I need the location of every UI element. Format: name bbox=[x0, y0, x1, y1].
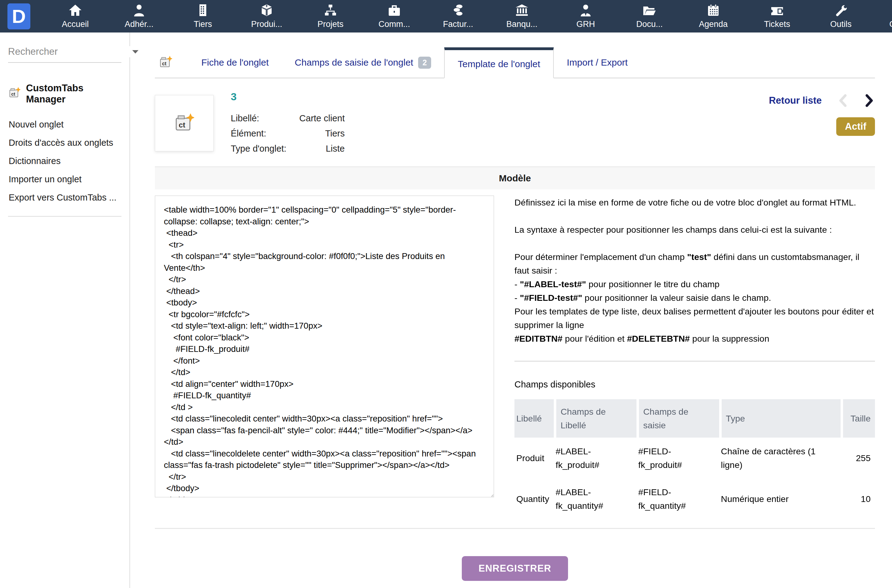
fields-table-row: Quantity#LABEL- fk_quantity##FIELD- fk_q… bbox=[514, 478, 875, 519]
help-paragraph: Pour déterminer l'emplacement d'un champ… bbox=[514, 250, 875, 345]
sidebar-section-title: CustomTabs Manager bbox=[26, 82, 121, 105]
help-divider bbox=[514, 361, 875, 362]
sidebar-section: ct CustomTabs Manager Nouvel ongletDroit… bbox=[0, 82, 129, 207]
folder-open-icon bbox=[643, 3, 656, 16]
record-field-row: Élément:Tiers bbox=[231, 126, 345, 141]
fields-table-header: Type bbox=[719, 399, 841, 438]
template-code-textarea[interactable] bbox=[155, 196, 494, 497]
record-fields: Libellé:Carte clientÉlément:TiersType d'… bbox=[231, 111, 345, 156]
member-icon bbox=[134, 3, 144, 16]
next-record-arrow-icon[interactable] bbox=[864, 94, 875, 107]
tab-fiche[interactable]: Fiche de l'onglet bbox=[188, 47, 282, 78]
sidebar-item-tab-access-rights[interactable]: Droits d'accès aux onglets bbox=[9, 134, 121, 152]
nav-item-agenda[interactable]: Agenda bbox=[681, 0, 745, 33]
record-field-row: Libellé:Carte client bbox=[231, 111, 345, 126]
nav-item-home[interactable]: Accueil bbox=[44, 0, 107, 33]
fields-table-row: Produit#LABEL-fk_produit##FIELD-fk_produ… bbox=[514, 438, 875, 478]
record-thumbnail: ct bbox=[155, 95, 214, 152]
navbar-items: Accueil Adhér... Tiers Produi... Projets… bbox=[44, 0, 892, 33]
sidebar-section-customtabs[interactable]: ct CustomTabs Manager bbox=[9, 82, 121, 105]
help-paragraph: Définissez ici la mise en forme de votre… bbox=[514, 196, 875, 209]
tabs-bar: ct Fiche de l'ongletChamps de saisie de … bbox=[155, 47, 875, 78]
main-content: ct Fiche de l'ongletChamps de saisie de … bbox=[130, 33, 892, 588]
nav-item-thirdparties[interactable]: Tiers bbox=[171, 0, 235, 33]
actions-row: ENREGISTRER bbox=[155, 556, 875, 581]
save-button[interactable]: ENREGISTRER bbox=[462, 556, 568, 581]
template-editor-area: Définissez ici la mise en forme de votre… bbox=[155, 196, 875, 519]
customtabs-object-icon: ct bbox=[159, 56, 172, 70]
search-box bbox=[8, 46, 122, 63]
nav-item-products[interactable]: Produi... bbox=[235, 0, 299, 33]
nav-item-tools[interactable]: Outils bbox=[809, 0, 873, 33]
tab-count-badge: 2 bbox=[418, 57, 431, 69]
svg-text:ct: ct bbox=[179, 121, 185, 129]
nav-item-tickets[interactable]: Tickets bbox=[745, 0, 809, 33]
customtabs-thumb-icon: ct bbox=[174, 112, 194, 134]
record-summary: 3 Libellé:Carte clientÉlément:TiersType … bbox=[231, 78, 875, 156]
sidebar-menu: Nouvel ongletDroits d'accès aux ongletsD… bbox=[9, 116, 121, 207]
search-input[interactable] bbox=[8, 46, 132, 57]
fields-table-header: Champs de saisie bbox=[636, 399, 719, 438]
nav-item-bank[interactable]: Banqu... bbox=[490, 0, 554, 33]
tab-champs[interactable]: Champs de saisie de l'onglet2 bbox=[282, 47, 444, 78]
ticket-icon bbox=[770, 3, 784, 16]
home-icon bbox=[68, 3, 82, 16]
nav-item-projects[interactable]: Projets bbox=[299, 0, 363, 33]
tab-import-export[interactable]: Import / Export bbox=[554, 47, 641, 78]
section-bottom-divider bbox=[155, 528, 875, 529]
sidebar-divider bbox=[8, 216, 122, 217]
help-text: Définissez ici la mise en forme de votre… bbox=[514, 196, 875, 345]
available-fields-title: Champs disponibles bbox=[514, 378, 875, 391]
fields-table-header: Libellé bbox=[514, 399, 554, 438]
sidebar-item-dictionaries[interactable]: Dictionnaires bbox=[9, 152, 121, 170]
sidebar: ct CustomTabs Manager Nouvel ongletDroit… bbox=[0, 33, 130, 588]
template-section-header: Modèle bbox=[155, 166, 875, 189]
svg-text:ct: ct bbox=[11, 92, 15, 96]
nav-item-billing[interactable]: Factur... bbox=[426, 0, 490, 33]
user-tie-icon bbox=[580, 3, 591, 16]
back-to-list-link[interactable]: Retour liste bbox=[769, 95, 822, 106]
briefcase-icon bbox=[388, 3, 400, 16]
fields-table-header: Champs de Libellé bbox=[554, 399, 636, 438]
nav-item-commercial[interactable]: Comm... bbox=[363, 0, 426, 33]
template-section-title: Modèle bbox=[499, 173, 531, 183]
record-banner: ct 3 Libellé:Carte clientÉlément:TiersTy… bbox=[155, 78, 875, 166]
svg-text:ct: ct bbox=[162, 61, 167, 66]
available-fields-table: LibelléChamps de LibelléChamps de saisie… bbox=[514, 399, 875, 519]
bank-icon bbox=[515, 3, 528, 16]
template-help-panel: Définissez ici la mise en forme de votre… bbox=[514, 196, 875, 519]
tabs: Fiche de l'ongletChamps de saisie de l'o… bbox=[188, 47, 641, 78]
tab-template[interactable]: Template de l'onglet bbox=[444, 47, 554, 78]
record-field-row: Type d'onglet:Liste bbox=[231, 141, 345, 156]
nav-item-members[interactable]: Adhér... bbox=[107, 0, 171, 33]
coins-icon bbox=[453, 3, 463, 16]
nav-item-documents[interactable]: Docu... bbox=[618, 0, 681, 33]
cube-icon bbox=[261, 3, 272, 16]
customtabs-module-icon: ct bbox=[9, 87, 20, 101]
wrench-icon bbox=[835, 3, 847, 16]
sidebar-item-import-tab[interactable]: Importer un onglet bbox=[9, 170, 121, 189]
status-badge: Actif bbox=[836, 117, 875, 136]
sidebar-item-export-customtabs[interactable]: Export vers CustomTabs ... bbox=[9, 189, 121, 207]
fields-table-header: Taille bbox=[841, 399, 875, 438]
nav-item-tools-more[interactable]: Outils ... bbox=[873, 0, 892, 33]
pagination-row: Retour liste bbox=[769, 94, 875, 107]
previous-record-arrow-icon[interactable] bbox=[837, 94, 848, 107]
help-paragraph: La syntaxe à respecter pour positionner … bbox=[514, 223, 875, 237]
calendar-icon bbox=[707, 3, 719, 16]
building-icon bbox=[199, 3, 207, 16]
sidebar-item-new-tab[interactable]: Nouvel onglet bbox=[9, 116, 121, 134]
dolibarr-logo[interactable]: D bbox=[8, 3, 30, 29]
nav-item-hrm[interactable]: GRH bbox=[554, 0, 618, 33]
project-icon bbox=[324, 3, 337, 16]
top-navbar: D Accueil Adhér... Tiers Produi... Proje… bbox=[0, 0, 892, 33]
